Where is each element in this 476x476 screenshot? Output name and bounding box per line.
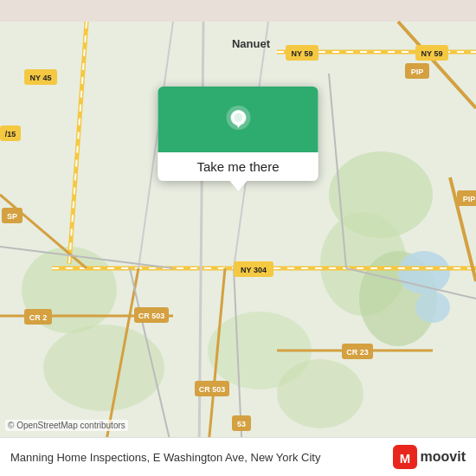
svg-point-8 xyxy=(398,251,450,294)
svg-text:Nanuet: Nanuet xyxy=(232,37,271,50)
svg-point-7 xyxy=(277,359,363,428)
popup-card: Take me there xyxy=(158,87,318,181)
map-attribution: © OpenStreetMap contributors xyxy=(5,420,128,431)
svg-text:NY 304: NY 304 xyxy=(241,266,267,274)
svg-text:NY 45: NY 45 xyxy=(30,74,52,82)
moovit-logo-icon: M xyxy=(393,445,417,469)
popup-arrow xyxy=(229,181,247,191)
svg-text:53: 53 xyxy=(237,420,246,428)
svg-point-9 xyxy=(415,292,450,323)
moovit-logo: M moovit xyxy=(393,445,466,469)
take-me-there-button[interactable]: Take me there xyxy=(158,152,318,181)
svg-text:CR 503: CR 503 xyxy=(138,312,165,320)
svg-text:M: M xyxy=(399,451,409,466)
map-container: NY 45 NY 59 NY 59 Nanuet PIP PIP SP NY 3… xyxy=(0,0,476,476)
svg-text:CR 503: CR 503 xyxy=(199,385,226,394)
svg-text:SP: SP xyxy=(7,212,17,221)
svg-text:/15: /15 xyxy=(5,130,16,138)
moovit-logo-text: moovit xyxy=(421,449,466,465)
location-pin-icon xyxy=(219,102,257,140)
popup-green-area xyxy=(158,87,318,152)
svg-text:PIP: PIP xyxy=(411,68,424,76)
map-background: NY 45 NY 59 NY 59 Nanuet PIP PIP SP NY 3… xyxy=(0,0,476,476)
svg-text:CR 2: CR 2 xyxy=(29,313,48,322)
svg-text:NY 59: NY 59 xyxy=(421,49,443,58)
svg-text:CR 23: CR 23 xyxy=(346,348,369,357)
svg-text:NY 59: NY 59 xyxy=(292,49,313,58)
svg-text:PIP: PIP xyxy=(463,195,476,203)
bottom-bar: Manning Home Inspections, E Washington A… xyxy=(0,437,476,476)
location-address: Manning Home Inspections, E Washington A… xyxy=(10,451,393,464)
